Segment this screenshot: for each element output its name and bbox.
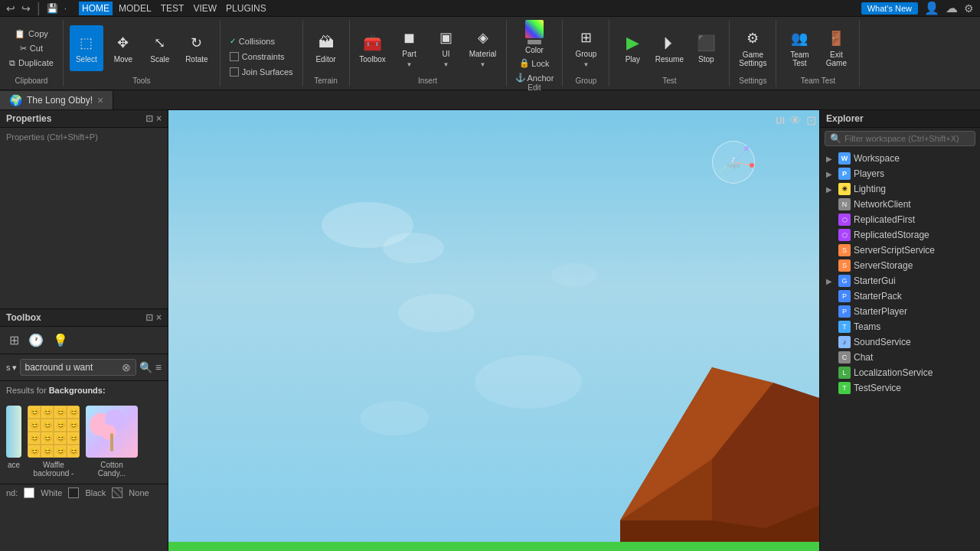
user-avatar[interactable]: 👤: [924, 1, 939, 15]
resume-tool[interactable]: ⏵ Resume: [652, 25, 686, 71]
lighting-label: Lighting: [854, 184, 886, 194]
toolbox-icon: 🧰: [364, 34, 382, 52]
color-picker[interactable]: [522, 20, 547, 44]
bg-black-swatch[interactable]: [68, 487, 79, 498]
select-tool[interactable]: ⬚ Select: [70, 25, 103, 71]
duplicate-btn[interactable]: ⧉Duplicate: [6, 57, 57, 70]
filter-icon[interactable]: ≡: [155, 361, 162, 373]
cloud-4: [475, 355, 582, 409]
settings-icon[interactable]: ⚙: [964, 2, 974, 15]
play-tool[interactable]: ▶ Play: [616, 25, 649, 71]
explorer-teams[interactable]: ▶ T Teams: [820, 319, 980, 334]
toolbox-clock-icon[interactable]: 🕐: [28, 333, 44, 347]
scale-tool[interactable]: ⤡ Scale: [143, 25, 177, 71]
menu-view[interactable]: VIEW: [190, 2, 220, 15]
explorer-starter-player[interactable]: ▶ P StarterPlayer: [820, 304, 980, 319]
lighting-icon: ☀: [838, 183, 851, 195]
search-submit-icon[interactable]: 🔍: [139, 361, 152, 373]
result-item-cotton[interactable]: CottonCandy...: [86, 406, 138, 478]
menu-test[interactable]: TEST: [158, 2, 188, 15]
group-tool[interactable]: ⊞ Group ▼: [569, 25, 603, 71]
explorer-chat[interactable]: ▶ C Chat: [820, 350, 980, 365]
toolbox-pop-btn[interactable]: ⊡: [145, 312, 153, 323]
constraints-toggle[interactable]: Constraints: [227, 51, 296, 63]
svg-line-5: [733, 162, 752, 165]
toolbox-panel: Toolbox ⊡ × ⊞ 🕐 💡 s ▾ ⊗: [0, 309, 168, 551]
result-item-waffle[interactable]: 😊 😊 😊 😊 😊 😊 😊 😊 😊 😊 😊 😊: [28, 406, 80, 478]
whats-new-button[interactable]: What's New: [861, 2, 918, 15]
viewport-canvas[interactable]: Z Right UI 👁 ⊡: [168, 110, 819, 551]
starter-gui-arrow: ▶: [826, 277, 835, 285]
toolbox-bulb-icon[interactable]: 💡: [53, 333, 68, 347]
collisions-toggle[interactable]: ✓ Collisions: [227, 35, 296, 47]
search-dropdown-label: s: [6, 363, 11, 372]
menu-plugins[interactable]: PLUGINS: [223, 2, 270, 15]
join-surfaces-toggle[interactable]: Join Surfaces: [227, 66, 296, 78]
constraints-check: [230, 52, 239, 61]
team-test-tool[interactable]: 👥 TeamTest: [782, 25, 816, 71]
viewport-eye-icon[interactable]: 👁: [789, 114, 802, 128]
explorer-players[interactable]: ▶ P Players: [820, 166, 980, 181]
explorer-network-client[interactable]: ▶ N NetworkClient: [820, 197, 980, 212]
rotate-tool[interactable]: ↻ Rotate: [180, 25, 214, 71]
toolbox-close-btn[interactable]: ×: [156, 312, 162, 323]
scale-label: Scale: [150, 55, 169, 64]
explorer-server-storage[interactable]: ▶ S ServerStorage: [820, 258, 980, 273]
result-item-partial[interactable]: ace: [6, 406, 21, 478]
exit-game-tool[interactable]: 🚪 ExitGame: [819, 25, 853, 71]
search-clear-icon[interactable]: ⊗: [122, 361, 131, 373]
move-tool[interactable]: ✥ Move: [106, 25, 140, 71]
toolbox-tool[interactable]: 🧰 Toolbox: [356, 25, 390, 71]
tab-main[interactable]: 🌍 The Long Obby! ×: [0, 91, 113, 109]
cut-btn[interactable]: ✂Cut: [17, 42, 46, 55]
part-arrow: ▼: [407, 61, 413, 68]
ui-tool[interactable]: ▣ UI ▼: [430, 25, 463, 71]
toolbox-actions: ⊡ ×: [145, 312, 162, 323]
explorer-localization[interactable]: ▶ L LocalizationService: [820, 365, 980, 380]
bg-white-label: White: [41, 488, 62, 497]
stop-tool[interactable]: ⬛ Stop: [689, 25, 723, 71]
group-arrow: ▼: [583, 61, 589, 68]
game-settings-tool[interactable]: ⚙ GameSettings: [736, 25, 769, 71]
explorer-sound-service[interactable]: ▶ ♪ SoundService: [820, 334, 980, 350]
right-panel: Explorer 🔍 ▶ W Workspace ▶ P Players ▶ ☀…: [819, 110, 980, 551]
lock-btn[interactable]: 🔒 Lock: [517, 57, 551, 69]
part-tool[interactable]: ◼ Part ▼: [393, 25, 426, 71]
filter-workspace-wrap: 🔍: [825, 131, 975, 146]
explorer-starter-pack[interactable]: ▶ P StarterPack: [820, 289, 980, 304]
copy-btn[interactable]: 📋Copy: [11, 28, 51, 41]
properties-close-btn[interactable]: ×: [156, 113, 162, 124]
cloud-icon[interactable]: ☁: [946, 1, 958, 15]
toolbox-grid-icon[interactable]: ⊞: [9, 333, 19, 347]
properties-pop-btn[interactable]: ⊡: [145, 113, 153, 124]
anchor-btn[interactable]: ⚓ Anchor: [513, 72, 557, 83]
menu-model[interactable]: MODEL: [116, 2, 155, 15]
main-layout: Properties ⊡ × Properties (Ctrl+Shift+P)…: [0, 110, 980, 551]
redo-icon[interactable]: ↪: [21, 2, 31, 15]
explorer-server-script[interactable]: ▶ S ServerScriptService: [820, 243, 980, 258]
bg-none-swatch[interactable]: [112, 487, 122, 498]
undo-icon[interactable]: ↩: [6, 2, 15, 15]
scale-icon: ⤡: [151, 34, 169, 52]
results-label: Results for Backgrounds:: [0, 381, 168, 399]
server-storage-label: ServerStorage: [854, 260, 913, 271]
explorer-test-service[interactable]: ▶ T TestService: [820, 380, 980, 396]
menu-sep2: ·: [64, 3, 67, 14]
explorer-starter-gui[interactable]: ▶ G StarterGui: [820, 273, 980, 289]
material-tool[interactable]: ◈ Material ▼: [466, 25, 500, 71]
filter-workspace-input[interactable]: [844, 134, 970, 143]
search-dropdown[interactable]: s ▾: [6, 363, 17, 373]
editor-tool[interactable]: 🏔 Editor: [309, 25, 343, 71]
tab-close-btn[interactable]: ×: [97, 94, 103, 106]
gizmo-axes-svg: [704, 133, 766, 194]
explorer-replicated-first[interactable]: ▶ ⬡ ReplicatedFirst: [820, 212, 980, 227]
search-input[interactable]: [25, 362, 119, 373]
explorer-lighting[interactable]: ▶ ☀ Lighting: [820, 181, 980, 197]
menu-home[interactable]: HOME: [79, 2, 113, 15]
explorer-workspace[interactable]: ▶ W Workspace: [820, 151, 980, 166]
teams-icon: T: [838, 321, 851, 333]
bg-white-swatch[interactable]: [24, 487, 34, 498]
explorer-replicated-storage[interactable]: ▶ ⬡ ReplicatedStorage: [820, 227, 980, 243]
viewport-layout-icon[interactable]: ⊡: [806, 113, 816, 128]
save-icon[interactable]: 💾: [47, 3, 58, 14]
